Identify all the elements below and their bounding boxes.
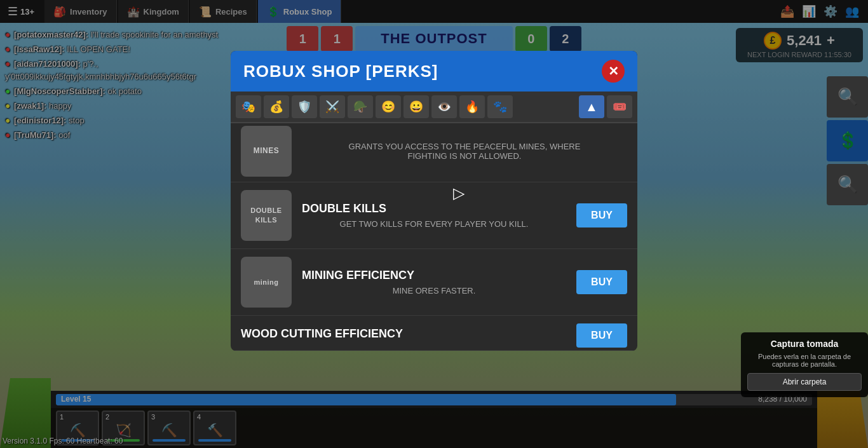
perk-item-mining: mining MINING EFFICIENCY MINE ORES FASTE… bbox=[231, 249, 637, 316]
perk-icon-mines: MINES bbox=[241, 126, 292, 177]
modal-tab-11[interactable]: 🎟️ bbox=[607, 95, 632, 118]
modal-tab-9[interactable]: 🔥 bbox=[459, 95, 485, 118]
modal-tab-8[interactable]: 👁️ bbox=[431, 95, 457, 118]
perk-info-double-kills: DOUBLE KILLS GET TWO KILLS FOR EVERY PLA… bbox=[302, 202, 566, 229]
modal-content: MINES GRANTS YOU ACCESS TO THE PEACEFUL … bbox=[231, 123, 637, 351]
capture-desc: Puedes verla en la carpeta de capturas d… bbox=[747, 353, 862, 368]
perk-desc-mining: MINE ORES FASTER. bbox=[302, 286, 566, 295]
perk-info-mines: GRANTS YOU ACCESS TO THE PEACEFUL MINES,… bbox=[302, 142, 627, 161]
perk-desc-mines-bot: FIGHTING IS NOT ALLOWED. bbox=[302, 151, 627, 161]
modal-tabs: 🎭 💰 🛡️ ⚔️ 🪖 😊 😀 👁️ 🔥 🐾 ▲ 🎟️ bbox=[231, 92, 637, 123]
capture-notification: Captura tomada Puedes verla en la carpet… bbox=[741, 332, 868, 397]
modal-tab-4[interactable]: ⚔️ bbox=[320, 95, 345, 118]
perk-name-wood-cutting: WOOD CUTTING EFFICIENCY bbox=[241, 327, 566, 341]
modal-tab-5[interactable]: 🪖 bbox=[348, 95, 373, 118]
perk-item-double-kills: DOUBLE KILLS DOUBLE KILLS GET TWO KILLS … bbox=[231, 182, 637, 249]
modal-tab-1[interactable]: 🎭 bbox=[236, 95, 261, 118]
perk-item-wood-cutting: WOOD CUTTING EFFICIENCY BUY bbox=[231, 316, 637, 351]
modal-tab-6[interactable]: 😊 bbox=[376, 95, 401, 118]
perk-desc-double-kills: GET TWO KILLS FOR EVERY PLAYER YOU KILL. bbox=[302, 219, 566, 229]
perk-item-mines: MINES GRANTS YOU ACCESS TO THE PEACEFUL … bbox=[231, 123, 637, 182]
modal-tab-7[interactable]: 😀 bbox=[403, 95, 429, 118]
capture-title: Captura tomada bbox=[747, 339, 862, 349]
buy-button-double-kills[interactable]: BUY bbox=[576, 203, 627, 227]
perk-desc-mines-top: GRANTS YOU ACCESS TO THE PEACEFUL MINES,… bbox=[302, 142, 627, 151]
capture-open-button[interactable]: Abrir carpeta bbox=[747, 373, 862, 391]
perk-info-wood-cutting: WOOD CUTTING EFFICIENCY bbox=[241, 327, 566, 344]
modal-overlay: ROBUX SHOP [PERKS] ✕ 🎭 💰 🛡️ ⚔️ 🪖 😊 😀 👁️ … bbox=[0, 0, 868, 448]
buy-button-mining[interactable]: BUY bbox=[576, 270, 627, 294]
modal-header: ROBUX SHOP [PERKS] ✕ bbox=[231, 51, 637, 92]
modal-close-button[interactable]: ✕ bbox=[602, 60, 625, 83]
robux-shop-modal: ROBUX SHOP [PERKS] ✕ 🎭 💰 🛡️ ⚔️ 🪖 😊 😀 👁️ … bbox=[231, 51, 637, 351]
buy-button-wood-cutting[interactable]: BUY bbox=[576, 323, 627, 348]
perk-info-mining: MINING EFFICIENCY MINE ORES FASTER. bbox=[302, 269, 566, 295]
perk-icon-mining: mining bbox=[241, 257, 292, 308]
modal-tab-10[interactable]: 🐾 bbox=[487, 95, 513, 118]
modal-title: ROBUX SHOP [PERKS] bbox=[243, 62, 438, 81]
perk-name-double-kills: DOUBLE KILLS bbox=[302, 202, 566, 215]
modal-tab-up[interactable]: ▲ bbox=[579, 95, 604, 118]
perk-icon-double-kills: DOUBLE KILLS bbox=[241, 190, 292, 241]
perk-name-mining: MINING EFFICIENCY bbox=[302, 269, 566, 282]
modal-tab-3[interactable]: 🛡️ bbox=[292, 95, 317, 118]
modal-tab-2[interactable]: 💰 bbox=[264, 95, 289, 118]
